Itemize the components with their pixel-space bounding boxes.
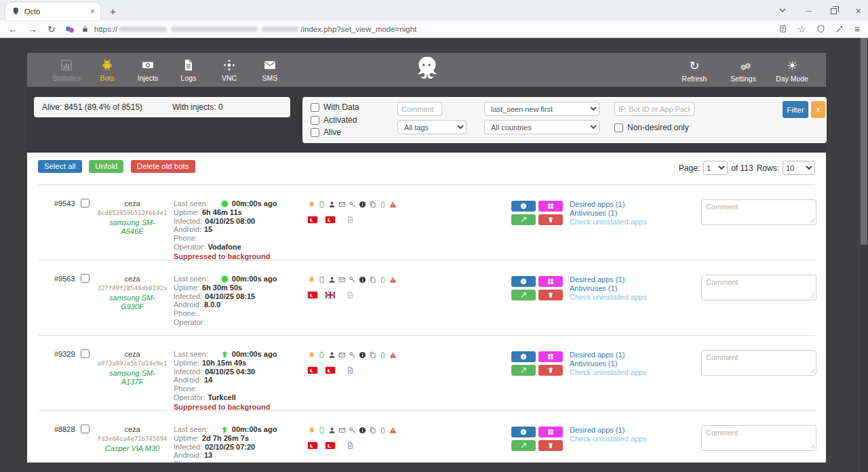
activated-checkbox[interactable]: Activated — [311, 115, 357, 125]
device-screen-icon[interactable] — [318, 427, 326, 434]
copy-icon[interactable] — [369, 276, 376, 283]
bot-comment-input[interactable] — [701, 350, 816, 376]
scrollbar-thumb[interactable] — [861, 38, 867, 245]
report-document-icon[interactable] — [347, 441, 354, 450]
copy-icon[interactable] — [369, 351, 376, 359]
bot-select-checkbox[interactable] — [81, 349, 90, 358]
keylogger-icon[interactable] — [349, 201, 356, 208]
bot-info-button[interactable] — [511, 351, 536, 362]
bot-apps-button[interactable] — [538, 201, 563, 212]
user-icon[interactable] — [328, 351, 336, 359]
sms-icon[interactable] — [338, 427, 346, 434]
comment-filter-input[interactable] — [397, 102, 442, 116]
day-mode-button[interactable]: ☀ Day Mode — [773, 57, 811, 83]
tab-close-icon[interactable]: × — [90, 7, 95, 16]
report-document-icon[interactable] — [347, 291, 354, 299]
info-circle-icon[interactable] — [359, 201, 366, 208]
warning-triangle-icon[interactable] — [389, 276, 397, 283]
bot-select-checkbox[interactable] — [81, 425, 90, 433]
unfold-button[interactable]: Unfold — [89, 160, 123, 173]
check-uninstalled-apps-link[interactable]: Check uninstalled apps — [570, 218, 698, 227]
new-tab-button[interactable]: + — [110, 5, 116, 17]
nav-injects[interactable]: Injects — [132, 58, 164, 82]
bot-apps-button[interactable] — [538, 427, 563, 437]
address-bar[interactable]: https:// /index.php?set_view_mode=night — [94, 25, 770, 33]
user-icon[interactable] — [328, 201, 336, 208]
bot-delete-button[interactable] — [538, 440, 563, 451]
report-document-icon[interactable] — [347, 366, 354, 374]
bot-select-checkbox[interactable] — [81, 199, 90, 208]
bot-apps-button[interactable] — [538, 276, 563, 287]
tags-select[interactable]: All tags — [397, 120, 467, 134]
antiviruses-link[interactable]: Antiviruses (1) — [570, 209, 698, 218]
nav-logs[interactable]: Logs — [172, 58, 205, 82]
battery-icon[interactable] — [379, 351, 387, 359]
tab-search-chevron-icon[interactable] — [778, 5, 787, 17]
sms-icon[interactable] — [338, 201, 346, 208]
nav-bots[interactable]: Bots — [91, 58, 123, 82]
bot-open-button[interactable] — [511, 440, 536, 451]
bot-open-button[interactable] — [511, 290, 536, 300]
report-document-icon[interactable] — [347, 216, 354, 224]
warning-triangle-icon[interactable] — [389, 351, 397, 359]
bot-comment-input[interactable] — [701, 199, 816, 225]
minimize-icon[interactable]: ─ — [806, 7, 812, 14]
clear-filter-button[interactable]: x — [811, 101, 825, 118]
antiviruses-link[interactable]: Antiviruses (1) — [570, 284, 698, 293]
desired-apps-link[interactable]: Desired apps (1) — [570, 200, 698, 209]
bot-delete-button[interactable] — [538, 214, 563, 225]
delete-old-bots-button[interactable]: Delete old bots — [131, 160, 195, 173]
notification-bell-icon[interactable] — [308, 427, 315, 434]
bot-apps-button[interactable] — [538, 351, 563, 362]
browser-tab[interactable]: Octo × — [5, 3, 100, 20]
cleanup-wand-icon[interactable] — [835, 24, 844, 33]
search-input[interactable] — [614, 102, 694, 116]
reload-icon[interactable]: ↻ — [47, 24, 56, 34]
info-circle-icon[interactable] — [359, 427, 366, 434]
countries-select[interactable]: All countries — [484, 120, 599, 134]
keylogger-icon[interactable] — [349, 351, 356, 359]
info-circle-icon[interactable] — [359, 276, 366, 283]
antiviruses-link[interactable]: Antiviruses (1) — [570, 359, 698, 368]
sms-icon[interactable] — [338, 276, 346, 283]
notification-bell-icon[interactable] — [308, 201, 315, 208]
reading-list-icon[interactable] — [778, 24, 787, 33]
forward-icon[interactable]: → — [28, 24, 37, 34]
check-uninstalled-apps-link[interactable]: Check uninstalled apps — [570, 368, 698, 377]
bot-open-button[interactable] — [511, 214, 536, 225]
bot-delete-button[interactable] — [538, 290, 563, 300]
copy-icon[interactable] — [369, 201, 376, 208]
restore-icon[interactable] — [831, 8, 837, 14]
battery-icon[interactable] — [379, 427, 387, 434]
nav-sms[interactable]: SMS — [254, 58, 286, 82]
info-circle-icon[interactable] — [359, 351, 366, 359]
refresh-button[interactable]: ↻ Refresh — [675, 57, 713, 83]
copy-icon[interactable] — [369, 427, 376, 434]
desired-apps-link[interactable]: Desired apps (1) — [570, 275, 698, 284]
bot-info-button[interactable] — [511, 276, 536, 287]
select-all-button[interactable]: Select all — [38, 160, 82, 173]
with-data-checkbox[interactable]: With Data — [311, 102, 359, 112]
close-icon[interactable]: × — [856, 7, 861, 14]
site-permissions-icon[interactable] — [66, 26, 75, 33]
warning-triangle-icon[interactable] — [389, 201, 397, 208]
device-screen-icon[interactable] — [318, 201, 326, 208]
lock-icon[interactable] — [81, 25, 89, 33]
bot-info-button[interactable] — [511, 427, 536, 437]
nav-statistics[interactable]: Statistics — [50, 58, 83, 82]
filter-button[interactable]: Filter — [783, 101, 808, 118]
battery-icon[interactable] — [379, 201, 387, 208]
keylogger-icon[interactable] — [349, 276, 356, 283]
scrollbar[interactable] — [859, 38, 868, 472]
bot-comment-input[interactable] — [701, 425, 816, 451]
nav-vnc[interactable]: VNC — [213, 58, 245, 82]
check-uninstalled-apps-link[interactable]: Check uninstalled apps — [570, 435, 698, 444]
sort-select[interactable]: last_seen new first — [484, 102, 599, 116]
alive-checkbox[interactable]: Alive — [311, 127, 341, 137]
bot-open-button[interactable] — [511, 365, 536, 376]
desired-apps-link[interactable]: Desired apps (1) — [570, 426, 698, 435]
notification-bell-icon[interactable] — [308, 351, 315, 359]
rows-select[interactable]: 10 — [783, 161, 815, 175]
bot-delete-button[interactable] — [538, 365, 563, 376]
non-desired-checkbox[interactable]: Non-desired only — [614, 123, 689, 132]
